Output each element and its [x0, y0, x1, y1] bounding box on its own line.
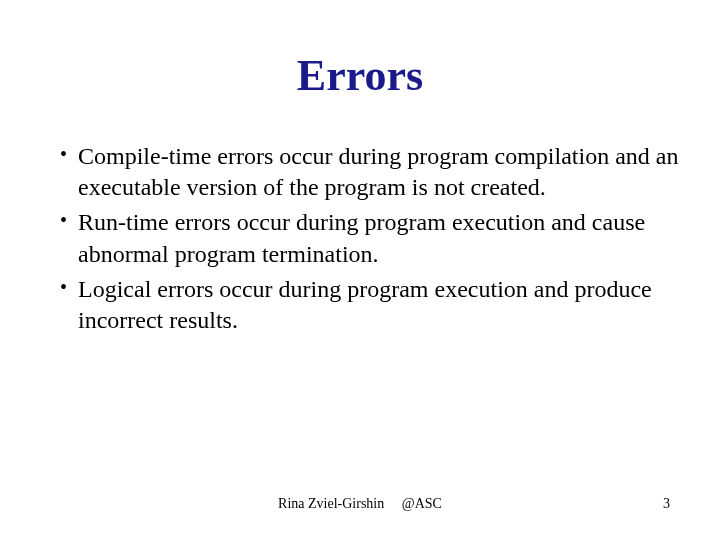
footer-author: Rina Zviel-Girshin [278, 496, 384, 511]
slide-footer: Rina Zviel-Girshin @ASC 3 [0, 496, 720, 512]
bullet-list: Compile-time errors occur during program… [40, 141, 680, 336]
list-item: Logical errors occur during program exec… [60, 274, 680, 336]
list-item: Run-time errors occur during program exe… [60, 207, 680, 269]
list-item: Compile-time errors occur during program… [60, 141, 680, 203]
footer-org: @ASC [402, 496, 442, 511]
slide-title: Errors [40, 50, 680, 101]
footer-author-org: Rina Zviel-Girshin @ASC [278, 496, 442, 512]
footer-page-number: 3 [663, 496, 670, 512]
